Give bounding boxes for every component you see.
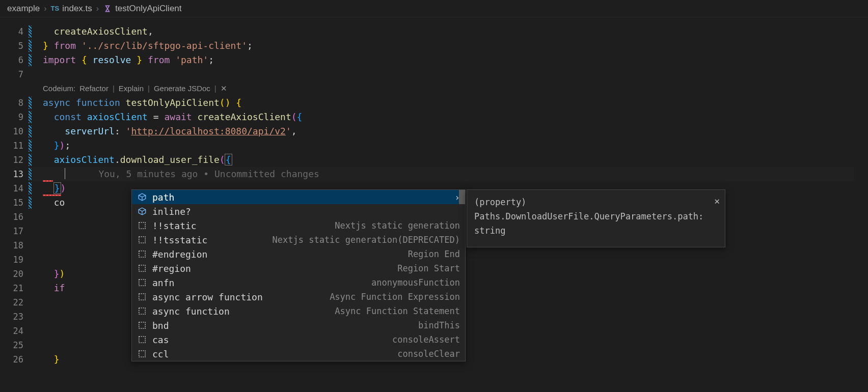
svg-rect-8 bbox=[139, 337, 145, 343]
field-icon bbox=[137, 192, 147, 202]
code-line[interactable]: import { resolve } from 'path'; bbox=[33, 53, 868, 67]
modified-indicator bbox=[29, 197, 32, 209]
svg-rect-5 bbox=[139, 294, 145, 300]
snippet-icon bbox=[137, 220, 147, 231]
codelens-action[interactable]: Refactor bbox=[79, 81, 108, 96]
suggest-item[interactable]: !!tsstaticNextjs static generation(DEPRE… bbox=[132, 233, 465, 247]
suggest-item-label: path bbox=[152, 192, 174, 203]
suggest-item-label: #endregion bbox=[152, 249, 207, 260]
snippet-icon bbox=[137, 292, 147, 302]
suggest-item-label: bnd bbox=[152, 320, 169, 331]
line-number: 15 bbox=[0, 195, 33, 210]
close-icon[interactable]: ✕ bbox=[714, 194, 720, 208]
codelens-close[interactable]: ✕ bbox=[221, 81, 227, 96]
line-number: 12 bbox=[0, 153, 33, 167]
function-symbol-icon bbox=[103, 4, 112, 13]
line-number: 16 bbox=[0, 210, 33, 224]
suggest-item[interactable]: inline? bbox=[132, 204, 465, 218]
breadcrumb-folder[interactable]: example bbox=[7, 4, 40, 14]
modified-indicator bbox=[29, 125, 32, 137]
suggest-item-label: async arrow function bbox=[152, 292, 263, 302]
line-number: 10 bbox=[0, 124, 33, 138]
line-number: 20 bbox=[0, 267, 33, 281]
suggest-item[interactable]: cclconsoleClear bbox=[132, 347, 465, 361]
line-number: 13 bbox=[0, 167, 33, 181]
suggest-item[interactable]: casconsoleAssert bbox=[132, 332, 465, 347]
line-number: 18 bbox=[0, 238, 33, 253]
line-number: 25 bbox=[0, 338, 33, 352]
suggest-item[interactable]: path› bbox=[132, 190, 465, 204]
suggest-item[interactable]: bndbindThis bbox=[132, 318, 465, 332]
suggest-item-hint: Async Function Expression bbox=[330, 292, 460, 302]
suggest-item-hint: Nextjs static generation(DEPRECATED) bbox=[273, 235, 460, 245]
typescript-icon: TS bbox=[51, 5, 60, 12]
modified-indicator bbox=[29, 154, 32, 166]
suggest-widget[interactable]: path›inline?!!staticNextjs static genera… bbox=[131, 189, 466, 361]
field-icon bbox=[137, 206, 147, 216]
line-number: 7 bbox=[0, 67, 33, 81]
svg-rect-0 bbox=[139, 222, 145, 229]
suggest-item-label: async function bbox=[152, 306, 230, 317]
modified-indicator bbox=[29, 40, 32, 52]
code-line[interactable]: You, 5 minutes ago • Uncommitted changes bbox=[33, 167, 868, 181]
code-line[interactable]: } from '../src/lib/sftpgo-api-client'; bbox=[33, 39, 868, 53]
line-number: 19 bbox=[0, 253, 33, 267]
codelens-action[interactable]: Generate JSDoc bbox=[154, 81, 210, 96]
line-number: 24 bbox=[0, 324, 33, 338]
editor[interactable]: 4567891011121314151617181920212223242526… bbox=[0, 17, 868, 392]
svg-rect-2 bbox=[139, 251, 145, 257]
suggest-item[interactable]: #endregionRegion End bbox=[132, 247, 465, 261]
modified-indicator bbox=[29, 139, 32, 152]
minimap[interactable] bbox=[854, 17, 868, 392]
cursor bbox=[65, 168, 65, 179]
codelens-action[interactable]: Explain bbox=[119, 81, 144, 96]
svg-rect-3 bbox=[139, 265, 145, 271]
line-number: 5 bbox=[0, 39, 33, 53]
suggest-details: (property) Paths.DownloadUserFile.QueryP… bbox=[467, 189, 725, 247]
line-number: 4 bbox=[0, 24, 33, 39]
snippet-icon bbox=[137, 306, 147, 316]
suggest-item[interactable]: async functionAsync Function Statement bbox=[132, 304, 465, 318]
breadcrumb-file[interactable]: TS index.ts bbox=[51, 4, 92, 14]
suggest-item[interactable]: async arrow functionAsync Function Expre… bbox=[132, 290, 465, 304]
modified-indicator bbox=[29, 54, 32, 66]
suggest-item[interactable]: !!staticNextjs static generation bbox=[132, 218, 465, 233]
snippet-icon bbox=[137, 334, 147, 345]
chevron-right-icon: › bbox=[42, 4, 48, 13]
line-number: 14 bbox=[0, 181, 33, 195]
code-line[interactable]: const axiosClient = await createAxiosCli… bbox=[33, 110, 868, 124]
line-number: 6 bbox=[0, 53, 33, 67]
modified-indicator bbox=[29, 111, 32, 123]
code-line[interactable]: }); bbox=[33, 138, 868, 153]
suggest-item-label: !!static bbox=[152, 220, 197, 231]
line-number: 11 bbox=[0, 138, 33, 153]
code-line[interactable]: async function testOnlyApiClient() { bbox=[33, 96, 868, 110]
line-number: 17 bbox=[0, 224, 33, 238]
code-area[interactable]: createAxiosClient, } from '../src/lib/sf… bbox=[33, 17, 868, 392]
snippet-icon bbox=[137, 235, 147, 245]
code-line[interactable]: serverUrl: 'http://localhost:8080/api/v2… bbox=[33, 124, 868, 138]
suggest-item-hint: anonymousFunction bbox=[371, 277, 460, 288]
svg-rect-6 bbox=[139, 308, 145, 314]
line-number: 21 bbox=[0, 281, 33, 295]
code-line[interactable]: axiosClient.download_user_file({ bbox=[33, 153, 868, 167]
suggest-item[interactable]: anfnanonymousFunction bbox=[132, 275, 465, 290]
line-number: 23 bbox=[0, 310, 33, 324]
line-number: 8 bbox=[0, 96, 33, 110]
suggest-item-label: ccl bbox=[152, 349, 169, 359]
git-blame: You, 5 minutes ago • Uncommitted changes bbox=[98, 169, 319, 179]
suggest-item-label: !!tsstatic bbox=[152, 235, 207, 245]
suggest-item-hint: consoleClear bbox=[397, 349, 460, 359]
scrollbar[interactable] bbox=[459, 190, 465, 204]
code-line[interactable]: createAxiosClient, bbox=[33, 24, 868, 39]
snippet-icon bbox=[137, 320, 147, 330]
snippet-icon bbox=[137, 263, 147, 273]
suggest-item-label: cas bbox=[152, 334, 169, 345]
breadcrumb-symbol[interactable]: testOnlyApiClient bbox=[103, 4, 181, 14]
suggest-item[interactable]: #regionRegion Start bbox=[132, 261, 465, 275]
modified-indicator bbox=[29, 25, 32, 38]
codelens[interactable]: Codeium: Refactor| Explain| Generate JSD… bbox=[33, 81, 868, 96]
code-line[interactable] bbox=[33, 67, 868, 81]
line-number: 22 bbox=[0, 295, 33, 310]
line-number: 9 bbox=[0, 110, 33, 124]
